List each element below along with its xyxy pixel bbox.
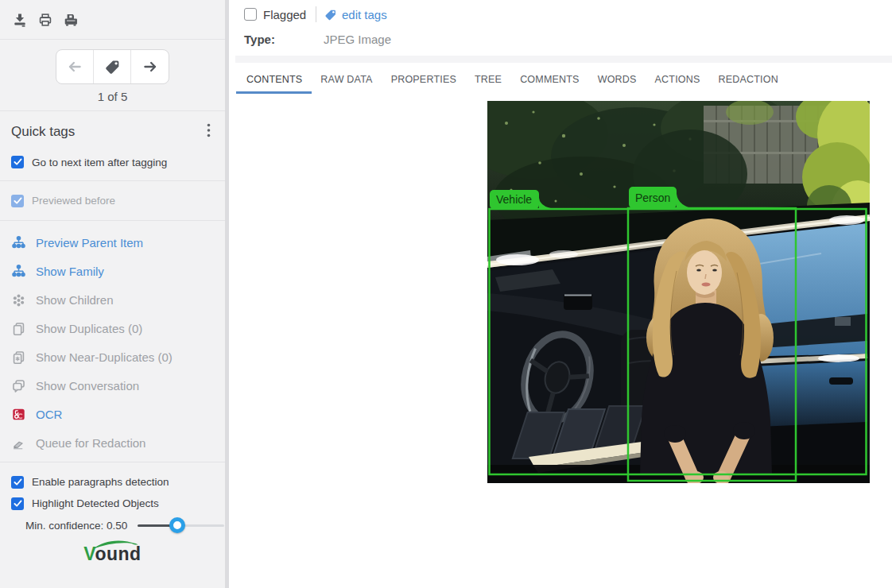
action-ocr[interactable]: OCR bbox=[0, 400, 225, 428]
preview-photo: Vehicle Person bbox=[487, 101, 870, 483]
nav-button-group bbox=[56, 49, 169, 84]
tag-item-button[interactable] bbox=[94, 50, 131, 83]
action-queue-for-redaction[interactable]: Queue for Redaction bbox=[0, 428, 225, 457]
action-show-near-duplicates[interactable]: Show Near-Duplicates (0) bbox=[0, 342, 225, 371]
header-divider bbox=[316, 6, 316, 22]
preview-toolbar bbox=[0, 0, 225, 40]
action-show-family[interactable]: Show Family bbox=[0, 257, 225, 285]
previewed-before-checkbox[interactable] bbox=[11, 195, 24, 207]
action-preview-parent-item[interactable]: Preview Parent Item bbox=[0, 228, 225, 257]
download-icon bbox=[12, 12, 28, 28]
redaction-marker-icon bbox=[11, 435, 26, 451]
check-icon bbox=[14, 158, 22, 166]
pager-label: 1 of 5 bbox=[0, 90, 225, 103]
kebab-menu-icon bbox=[207, 123, 211, 137]
tab-contents[interactable]: CONTENTS bbox=[246, 69, 302, 94]
go-to-next-checkbox[interactable] bbox=[11, 156, 24, 168]
tab-raw-data[interactable]: RAW DATA bbox=[320, 69, 372, 94]
hierarchy-icon bbox=[11, 264, 26, 279]
logo-swoosh-icon bbox=[92, 538, 138, 551]
go-to-next-label: Go to next item after tagging bbox=[32, 157, 167, 168]
tab-words[interactable]: WORDS bbox=[598, 69, 637, 94]
edit-tags-link[interactable]: edit tags bbox=[324, 6, 387, 22]
next-item-button[interactable] bbox=[131, 50, 169, 83]
action-show-children[interactable]: Show Children bbox=[0, 285, 225, 314]
flagged-checkbox[interactable] bbox=[244, 8, 257, 21]
tab-redaction[interactable]: REDACTION bbox=[719, 69, 778, 94]
arrow-right-icon bbox=[142, 59, 159, 75]
confidence-slider[interactable] bbox=[138, 517, 224, 533]
min-confidence-label: Min. confidence: 0.50 bbox=[25, 520, 127, 532]
flagged-control: Flagged bbox=[244, 6, 306, 22]
type-label: Type: bbox=[244, 33, 275, 46]
print-image-button[interactable] bbox=[60, 10, 81, 30]
print-image-icon bbox=[62, 12, 80, 28]
download-button[interactable] bbox=[10, 10, 30, 30]
action-show-conversation[interactable]: Show Conversation bbox=[0, 371, 225, 400]
previous-item-button[interactable] bbox=[56, 50, 94, 83]
left-sidebar: 1 of 5 Quick tags Go to next item after … bbox=[0, 0, 225, 588]
hierarchy-icon bbox=[11, 235, 26, 250]
tab-comments[interactable]: COMMENTS bbox=[520, 69, 580, 94]
check-icon bbox=[14, 478, 22, 486]
paragraphs-detection-checkbox[interactable] bbox=[11, 476, 24, 489]
copies-icon bbox=[11, 321, 26, 336]
edit-tags-label: edit tags bbox=[342, 8, 387, 21]
slider-thumb[interactable] bbox=[169, 517, 185, 533]
paragraphs-detection-label: Enable paragraphs detection bbox=[32, 476, 169, 488]
tab-tree[interactable]: TREE bbox=[475, 69, 502, 94]
print-button[interactable] bbox=[35, 10, 56, 30]
vound-logo: Vound bbox=[83, 544, 141, 565]
person-figure bbox=[640, 219, 774, 483]
tab-properties[interactable]: PROPERTIES bbox=[391, 69, 456, 94]
preview-tabs: CONTENTS RAW DATA PROPERTIES TREE COMMEN… bbox=[236, 69, 778, 94]
detection-label-person: Person bbox=[635, 191, 670, 204]
detection-options: Enable paragraphs detection Highlight De… bbox=[0, 462, 225, 536]
tag-icon bbox=[103, 58, 121, 75]
item-navigation: 1 of 5 bbox=[0, 41, 225, 111]
edit-tags-tag-icon bbox=[324, 8, 337, 21]
quick-tags-title: Quick tags bbox=[11, 124, 75, 140]
image-preview: Vehicle Person bbox=[487, 101, 870, 483]
sidebar-scrollbar[interactable] bbox=[225, 0, 229, 588]
check-icon bbox=[14, 197, 22, 205]
quick-tags-menu-button[interactable] bbox=[207, 123, 211, 141]
highlight-objects-label: Highlight Detected Objects bbox=[32, 497, 159, 509]
ocr-icon bbox=[11, 407, 26, 422]
arrow-left-icon bbox=[66, 59, 83, 75]
header-separator-band bbox=[235, 56, 892, 63]
detection-label-vehicle: Vehicle bbox=[496, 193, 532, 206]
print-icon bbox=[37, 12, 53, 28]
action-show-duplicates[interactable]: Show Duplicates (0) bbox=[0, 314, 225, 342]
conversation-icon bbox=[11, 378, 26, 393]
item-actions-list: Preview Parent Item Show Family bbox=[0, 221, 225, 462]
check-icon bbox=[14, 500, 22, 508]
previewed-before-label: Previewed before bbox=[32, 195, 115, 207]
tab-actions[interactable]: ACTIONS bbox=[655, 69, 700, 94]
highlight-objects-checkbox[interactable] bbox=[11, 497, 24, 510]
dot-cluster-icon bbox=[11, 292, 26, 308]
type-value: JPEG Image bbox=[324, 33, 391, 46]
flagged-label: Flagged bbox=[263, 8, 306, 21]
copies-star-icon bbox=[11, 350, 26, 365]
